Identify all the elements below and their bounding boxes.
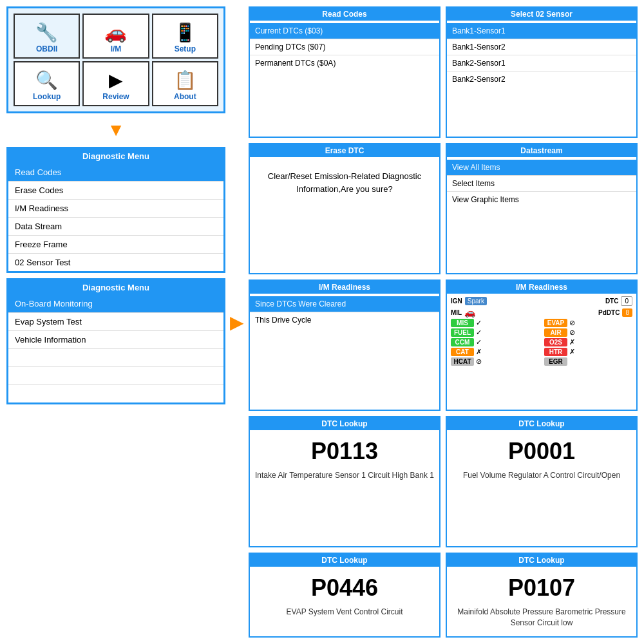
diag-item-data-stream[interactable]: Data Stream [8, 218, 223, 236]
read-codes-body: Current DTCs ($03) Pending DTCs ($07) Pe… [250, 21, 439, 137]
arrow-down-icon: ▼ [6, 118, 225, 142]
ds-view-graphic[interactable]: View Graphic Items [447, 192, 636, 207]
dtc-p0113-body: P0113 Intake Air Temperature Sensor 1 Ci… [250, 430, 439, 546]
air-label: AIR [544, 328, 567, 337]
diagnostic-menu-1: Diagnostic Menu Read Codes Erase Codes I… [6, 147, 225, 273]
im-readiness-detail-body: IGN Spark DTC 0 MIL 🚗 PdDTC 8 [447, 294, 636, 370]
dtc-p0446-body: P0446 EVAP System Vent Control Circuit [250, 567, 439, 636]
o2-bank2s2[interactable]: Bank2-Sensor2 [447, 71, 636, 87]
im-cat: CAT ✗ [451, 348, 539, 356]
dtc-p0446-code: P0446 [250, 569, 439, 604]
cat-label: CAT [451, 348, 474, 356]
read-codes-item-permanent[interactable]: Permanent DTCs ($0A) [250, 55, 439, 71]
read-codes-panel: Read Codes Current DTCs ($03) Pending DT… [249, 6, 440, 138]
menu-cell-review[interactable]: ▶ Review [82, 61, 149, 106]
mil-icon: 🚗 [464, 307, 475, 317]
im-readiness-simple-body: Since DTCs Were Cleared This Drive Cycle [250, 294, 439, 410]
dtc-p0001-code: P0001 [447, 433, 636, 468]
diag-item-im-readiness[interactable]: I/M Readiness [8, 200, 223, 218]
im-since-dtcs[interactable]: Since DTCs Were Cleared [250, 296, 439, 312]
menu-cell-about[interactable]: 📋 About [152, 61, 218, 106]
o2-sensor-panel: Select 02 Sensor Bank1-Sensor1 Bank1-Sen… [446, 6, 638, 138]
datastream-body: View All Items Select Items View Graphic… [447, 157, 636, 273]
o2-sensor-title: Select 02 Sensor [447, 8, 636, 21]
htr-label: HTR [544, 348, 567, 356]
menu-label-obdii: OBDII [36, 44, 57, 53]
diag-item-blank1 [8, 349, 223, 367]
dtc-value: 0 [621, 296, 632, 306]
panels-area: Read Codes Current DTCs ($03) Pending DT… [249, 6, 638, 638]
erase-dtc-text: Clear/Reset Emission-Related Diagnostic … [250, 160, 439, 205]
diag-item-vehicle-info[interactable]: Vehicle Information [8, 331, 223, 349]
diag-item-onboard[interactable]: On-Board Monitoring [8, 295, 223, 313]
im-mis: MIS ✓ [451, 319, 539, 327]
ds-select-items[interactable]: Select Items [447, 176, 636, 192]
im-readiness-detail-panel: I/M Readiness IGN Spark DTC 0 MIL 🚗 PdDT… [446, 279, 638, 411]
im-htr: HTR ✗ [544, 348, 632, 356]
ds-view-all[interactable]: View All Items [447, 160, 636, 176]
im-hcat: HCAT ⊘ [451, 357, 539, 366]
obdii-icon: 🔧 [35, 22, 58, 43]
menu-label-lookup: Lookup [33, 92, 61, 101]
egr-label: EGR [544, 357, 567, 366]
diag-item-erase-codes[interactable]: Erase Codes [8, 182, 223, 200]
im-evap: EVAP ⊘ [544, 319, 632, 327]
im-ccm: CCM ✓ [451, 338, 539, 346]
lookup-icon: 🔍 [35, 70, 58, 91]
evap-icon: ⊘ [569, 319, 575, 327]
read-codes-item-current[interactable]: Current DTCs ($03) [250, 23, 439, 39]
o2s-icon: ✗ [569, 338, 575, 346]
air-icon: ⊘ [569, 328, 575, 337]
o2-bank2s1[interactable]: Bank2-Sensor1 [447, 55, 636, 71]
htr-icon: ✗ [569, 348, 575, 356]
evap-label: EVAP [544, 319, 567, 327]
o2-bank1s1[interactable]: Bank1-Sensor1 [447, 23, 636, 39]
spark-value: Spark [465, 297, 487, 305]
diag-item-o2-sensor[interactable]: 02 Sensor Test [8, 254, 223, 271]
diag-menu-2-title: Diagnostic Menu [8, 280, 223, 295]
review-icon: ▶ [109, 70, 123, 91]
erase-dtc-title: Erase DTC [250, 144, 439, 157]
im-icon: 🚗 [104, 22, 127, 43]
o2-bank1s2[interactable]: Bank1-Sensor2 [447, 39, 636, 55]
im-this-drive[interactable]: This Drive Cycle [250, 312, 439, 328]
dtc-p0113-panel: DTC Lookup P0113 Intake Air Temperature … [249, 416, 440, 547]
dtc-p0446-panel: DTC Lookup P0446 EVAP System Vent Contro… [249, 553, 440, 638]
diag-menu-1-title: Diagnostic Menu [8, 149, 223, 164]
ign-label: IGN [451, 298, 462, 305]
ccm-label: CCM [451, 338, 474, 346]
menu-cell-obdii[interactable]: 🔧 OBDII [14, 14, 80, 59]
ccm-icon: ✓ [476, 338, 482, 346]
diag-item-evap[interactable]: Evap System Test [8, 313, 223, 331]
main-menu: 🔧 OBDII 🚗 I/M 📱 Setup 🔍 Lookup ▶ Review … [6, 6, 225, 113]
menu-label-im: I/M [111, 44, 122, 53]
dtc-p0113-desc: Intake Air Temperature Sensor 1 Circuit … [250, 468, 439, 486]
dtc-label: DTC [605, 298, 619, 305]
menu-cell-setup[interactable]: 📱 Setup [152, 14, 218, 59]
mis-icon: ✓ [476, 319, 482, 327]
dtc-p0107-panel: DTC Lookup P0107 Mainifold Absolute Pres… [446, 553, 638, 638]
diag-item-blank2 [8, 367, 223, 385]
ign-dtc-row: IGN Spark DTC 0 [451, 296, 632, 306]
erase-dtc-body: Clear/Reset Emission-Related Diagnostic … [250, 157, 439, 273]
im-o2s: O2S ✗ [544, 338, 632, 346]
menu-cell-im[interactable]: 🚗 I/M [82, 14, 149, 59]
read-codes-item-pending[interactable]: Pending DTCs ($07) [250, 39, 439, 55]
diag-item-blank3 [8, 385, 223, 402]
diag-item-freeze-frame[interactable]: Freeze Frame [8, 236, 223, 254]
dtc-p0001-title: DTC Lookup [447, 417, 636, 430]
dtc-p0107-code: P0107 [447, 569, 636, 604]
dtc-p0001-body: P0001 Fuel Volume Regulator A Control Ci… [447, 430, 636, 546]
im-readiness-detail-title: I/M Readiness [447, 281, 636, 294]
menu-cell-lookup[interactable]: 🔍 Lookup [14, 61, 80, 106]
pddtc-label: PdDTC [598, 309, 620, 316]
dtc-p0107-body: P0107 Mainifold Absolute Pressure Barome… [447, 567, 636, 636]
cat-icon: ✗ [476, 348, 482, 356]
dtc-p0001-panel: DTC Lookup P0001 Fuel Volume Regulator A… [446, 416, 638, 547]
dtc-p0107-title: DTC Lookup [447, 554, 636, 567]
im-status-grid: MIS ✓ FUEL ✓ CCM ✓ CAT ✗ [451, 319, 632, 367]
im-air: AIR ⊘ [544, 328, 632, 337]
dtc-p0107-desc: Mainifold Absolute Pressure Barometric P… [447, 604, 636, 634]
diag-menu-2-items: On-Board Monitoring Evap System Test Veh… [8, 295, 223, 402]
diag-item-read-codes[interactable]: Read Codes [8, 164, 223, 182]
